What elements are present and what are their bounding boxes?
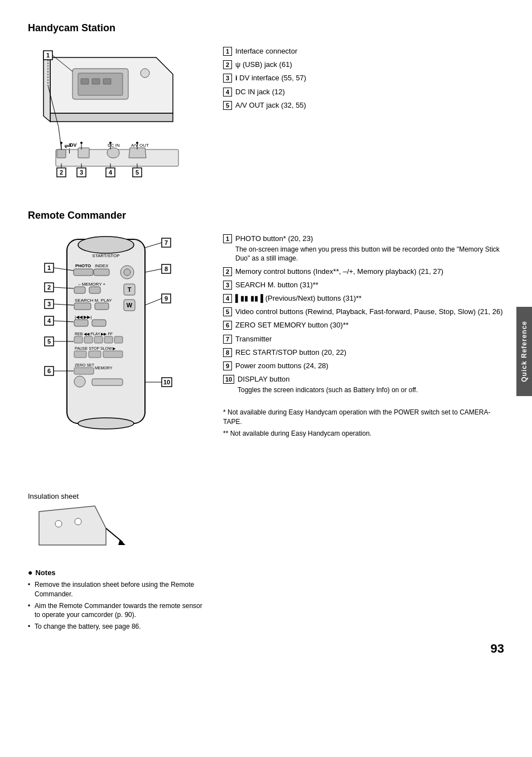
svg-rect-72	[114, 336, 123, 343]
svg-rect-15	[78, 148, 89, 158]
handycam-station-title: Handycam Station	[28, 22, 504, 34]
station-num-5: 5	[223, 101, 232, 110]
station-label-5: 5 A/V OUT jack (32, 55)	[223, 100, 504, 110]
svg-rect-17	[107, 148, 119, 158]
notes-icon: ●	[28, 568, 32, 577]
svg-text:7: 7	[165, 239, 168, 246]
notes-section: ● Notes Remove the insulation sheet befo…	[28, 568, 206, 631]
svg-point-37	[60, 142, 62, 144]
svg-text:INDEX: INDEX	[95, 263, 109, 268]
remote-label-10: 10 DISPLAY button Toggles the screen ind…	[223, 374, 504, 394]
svg-rect-66	[92, 320, 106, 326]
svg-rect-55	[74, 287, 85, 293]
remote-num-7: 7	[223, 335, 232, 344]
svg-text:MEMORY: MEMORY	[95, 366, 113, 370]
svg-text:W: W	[127, 302, 133, 308]
svg-rect-75	[89, 351, 101, 358]
remote-label-8: 8 REC START/STOP button (20, 22)	[223, 348, 504, 358]
remote-num-9: 9	[223, 361, 232, 370]
svg-text:3: 3	[47, 301, 51, 307]
svg-text:DV: DV	[70, 142, 77, 148]
footnote-1: * Not available during Easy Handycam ope…	[223, 408, 504, 427]
notes-title-text: Notes	[35, 568, 55, 577]
svg-rect-65	[74, 320, 88, 326]
svg-text:– MEMORY +: – MEMORY +	[78, 282, 106, 287]
svg-text:ZERO SET: ZERO SET	[75, 363, 95, 367]
remote-text-9: Power zoom buttons (24, 28)	[235, 361, 328, 371]
remote-label-7: 7 Transmitter	[223, 334, 504, 344]
remote-text-6: ZERO SET MEMORY button (30)**	[235, 320, 349, 330]
svg-rect-5	[81, 79, 89, 84]
remote-label-1: 1 PHOTO button* (20, 23) The on-screen i…	[223, 234, 504, 263]
svg-rect-61	[95, 303, 109, 310]
insulation-svg	[28, 500, 128, 556]
remote-label-9: 9 Power zoom buttons (24, 28)	[223, 361, 504, 371]
svg-text:1: 1	[47, 264, 51, 271]
svg-rect-56	[89, 287, 100, 293]
svg-text:i: i	[69, 147, 70, 155]
station-text-1: Interface connector	[235, 46, 297, 56]
insulation-label: Insulation sheet	[28, 492, 206, 500]
station-text-2: ψ (USB) jack (61)	[235, 60, 292, 70]
svg-text:SEARCH M.   PLAY: SEARCH M. PLAY	[75, 298, 112, 303]
svg-text:A/V OUT: A/V OUT	[131, 143, 149, 148]
station-text-3: i DV interface (55, 57)	[235, 73, 306, 83]
remote-num-6: 6	[223, 321, 232, 330]
svg-rect-49	[74, 269, 93, 276]
svg-rect-6	[92, 79, 100, 84]
svg-rect-70	[94, 336, 103, 343]
remote-labels-col: 1 PHOTO button* (20, 23) The on-screen i…	[206, 228, 504, 441]
svg-text:2: 2	[60, 169, 63, 176]
svg-point-46	[78, 237, 134, 253]
station-num-2: 2	[223, 60, 232, 69]
notes-list: Remove the insulation sheet before using…	[28, 580, 206, 631]
svg-marker-1	[50, 113, 173, 122]
sidebar-label-text: Quick Reference	[520, 321, 528, 382]
remote-text-10: DISPLAY button Toggles the screen indica…	[238, 374, 418, 394]
note-item-1: Remove the insulation sheet before using…	[28, 580, 206, 599]
svg-text:REB  ◀◀  PLAY  ▶▶   FF: REB ◀◀ PLAY ▶▶ FF	[75, 332, 113, 336]
svg-text:DC IN: DC IN	[108, 143, 120, 148]
quick-reference-sidebar: Quick Reference	[516, 307, 532, 396]
svg-point-38	[80, 142, 83, 144]
remote-commander-section: Remote Commander START/STOP PHOTO INDEX	[28, 210, 504, 634]
svg-point-116	[75, 518, 81, 525]
svg-text:PHOTO: PHOTO	[75, 263, 91, 268]
remote-num-2: 2	[223, 267, 232, 276]
station-label-3: 3 i DV interface (55, 57)	[223, 73, 504, 83]
svg-text:|◀◀   ▶▶|: |◀◀ ▶▶|	[75, 315, 91, 320]
svg-text:5: 5	[136, 169, 139, 176]
remote-text-7: Transmitter	[235, 334, 272, 344]
remote-text-2: Memory control buttons (Index**, –/+, Me…	[235, 267, 443, 277]
station-num-3: 3	[223, 74, 232, 83]
svg-point-39	[109, 142, 112, 144]
page-number: 93	[491, 642, 504, 656]
svg-marker-114	[39, 506, 106, 545]
svg-rect-69	[84, 336, 93, 343]
svg-rect-82	[92, 379, 123, 385]
svg-rect-68	[74, 336, 83, 343]
svg-line-91	[145, 298, 162, 305]
svg-text:6: 6	[47, 368, 51, 374]
station-num-4: 4	[223, 88, 232, 97]
remote-num-1: 1	[223, 234, 232, 243]
remote-num-10: 10	[223, 375, 234, 384]
svg-text:1: 1	[46, 52, 50, 59]
svg-rect-76	[103, 351, 123, 358]
svg-rect-74	[74, 351, 86, 358]
svg-text:3: 3	[80, 169, 83, 176]
svg-marker-2	[43, 52, 50, 122]
remote-commander-title: Remote Commander	[28, 210, 504, 221]
handycam-station-diagram: 1 ⇌ DV i DC IN A/V OUT	[28, 41, 206, 193]
svg-line-88	[145, 269, 162, 272]
handycam-station-section: Handycam Station	[28, 22, 504, 193]
svg-text:START/STOP: START/STOP	[92, 253, 119, 258]
remote-text-1: PHOTO button* (20, 23) The on-screen ima…	[235, 234, 504, 263]
svg-text:PAUSE  STOP  SLOW ▶: PAUSE STOP SLOW ▶	[75, 346, 116, 350]
remote-num-4: 4	[223, 294, 232, 303]
remote-num-5: 5	[223, 307, 232, 316]
svg-point-40	[136, 142, 138, 144]
svg-rect-60	[74, 303, 91, 310]
svg-point-113	[78, 418, 134, 429]
svg-rect-71	[104, 336, 113, 343]
